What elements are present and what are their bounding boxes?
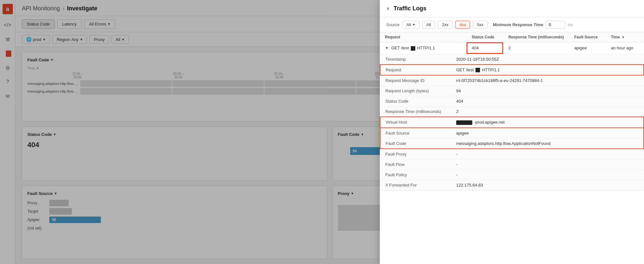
source-filter-bar: Source All ▼ All 2xx 4xx 5xx Minimum Res… <box>380 17 644 32</box>
detail-content: Timestamp 2020-11-18T16:50:55Z Request G… <box>380 54 644 190</box>
panel-table: Request Status Code Response Time (milli… <box>380 32 644 191</box>
detail-value-fault-proxy: - <box>451 149 644 159</box>
detail-label-fault-policy: Fault Policy <box>380 169 451 180</box>
detail-label-fault-source: Fault Source <box>380 128 451 138</box>
ms-label: ms <box>568 23 573 27</box>
detail-row-request-msg-id: Request Message ID rrt-0f725374b1cb188f5… <box>380 75 644 86</box>
detail-row-status-code: Status Code 404 <box>380 96 644 107</box>
main-row-request: ▼ GET /test HTTP/1.1 <box>380 42 466 54</box>
detail-row-fault-proxy: Fault Proxy - <box>380 149 644 159</box>
request-black-square-icon <box>476 68 480 72</box>
detail-row-x-forwarded: X Forwarded For 122.175.64.83 <box>380 180 644 190</box>
detail-label-virtual-host: Virtual Host <box>380 117 451 128</box>
th-time: Time ▼ <box>606 32 644 42</box>
detail-row-fault-source: Fault Source apigee <box>380 128 644 138</box>
detail-row-fault-policy: Fault Policy - <box>380 169 644 180</box>
detail-value-response-time: 2 <box>451 107 644 117</box>
th-status-code-label: Status Code <box>472 35 494 39</box>
status-code-value: 404 <box>472 46 479 50</box>
filter-all-2[interactable]: All <box>422 21 435 29</box>
th-time-label: Time <box>611 35 620 39</box>
th-status-code: Status Code <box>466 32 503 42</box>
detail-section: Timestamp 2020-11-18T16:50:55Z Request G… <box>380 54 644 190</box>
detail-value-fault-flow: - <box>451 159 644 169</box>
detail-label-fault-proxy: Fault Proxy <box>380 149 451 159</box>
detail-value-x-forwarded: 122.175.64.83 <box>451 180 644 190</box>
filter-4xx-label: 4xx <box>459 22 466 27</box>
panel-table-container: Request Status Code Response Time (milli… <box>380 32 644 264</box>
table-header-row: Request Status Code Response Time (milli… <box>380 32 644 42</box>
detail-label-request-msg-id: Request Message ID <box>380 75 451 86</box>
filter-all-1[interactable]: All ▼ <box>402 21 419 29</box>
request-method: GET /test <box>456 67 474 72</box>
request-protocol: HTTP/1.1 <box>482 67 500 72</box>
th-request: Request <box>380 32 466 42</box>
filter-all-1-dropdown: ▼ <box>412 23 416 26</box>
main-row-fault-source: apigee <box>569 42 606 54</box>
detail-value-fault-policy: - <box>451 169 644 180</box>
main-row-time: an hour ago <box>606 42 644 54</box>
detail-value-request-msg-id: rrt-0f725374b1cb188f5-a-eu-24291-7470984… <box>451 75 644 86</box>
detail-label-timestamp: Timestamp <box>380 54 451 65</box>
filter-4xx[interactable]: 4xx <box>455 21 470 29</box>
filter-5xx[interactable]: 5xx <box>473 21 487 29</box>
filter-5xx-label: 5xx <box>477 22 483 27</box>
sort-arrow-icon: ▼ <box>621 36 625 39</box>
th-request-label: Request <box>385 35 400 39</box>
detail-label-fault-code: Fault Code <box>380 138 451 149</box>
detail-label-response-time: Response Time (milliseconds) <box>380 107 451 117</box>
detail-table: Timestamp 2020-11-18T16:50:55Z Request G… <box>380 54 644 190</box>
detail-row-request: Request GET /test HTTP/1.1 <box>380 65 644 76</box>
main-row-response-time: 2 <box>503 42 569 54</box>
source-filter-label: Source <box>386 22 399 27</box>
filter-2xx-label: 2xx <box>442 22 448 27</box>
detail-value-fault-code: messaging.adaptors.http.flow.Application… <box>451 138 644 149</box>
detail-label-request-length: Request Length (bytes) <box>380 86 451 96</box>
th-fault-source: Fault Source <box>569 32 606 42</box>
min-response-input[interactable] <box>546 21 565 29</box>
detail-value-request-length: 94 <box>451 86 644 96</box>
detail-row-virtual-host: Virtual Host -prod.apigee.net <box>380 117 644 128</box>
chevron-down-icon[interactable]: ▼ <box>385 46 389 50</box>
th-response-time-label: Response Time (milliseconds) <box>508 35 564 39</box>
detail-row-timestamp: Timestamp 2020-11-18T16:50:55Z <box>380 54 644 65</box>
detail-value-timestamp: 2020-11-18T16:50:55Z <box>451 54 644 65</box>
black-square-icon <box>411 46 415 51</box>
th-fault-source-label: Fault Source <box>574 35 598 39</box>
detail-value-fault-source: apigee <box>451 128 644 138</box>
panel-title: Traffic Logs <box>394 5 427 12</box>
table-row[interactable]: ▼ GET /test HTTP/1.1 404 2 apigee an hou… <box>380 42 644 54</box>
detail-label-request: Request <box>380 65 451 76</box>
detail-row-response-time: Response Time (milliseconds) 2 <box>380 107 644 117</box>
detail-value-virtual-host: -prod.apigee.net <box>451 117 644 128</box>
traffic-panel: × Traffic Logs Source All ▼ All 2xx 4xx … <box>380 0 644 264</box>
detail-label-status-code: Status Code <box>380 96 451 107</box>
detail-value-request: GET /test HTTP/1.1 <box>451 65 644 76</box>
detail-label-x-forwarded: X Forwarded For <box>380 180 451 190</box>
main-row-status-code: 404 <box>466 42 503 54</box>
detail-row-fault-code: Fault Code messaging.adaptors.http.flow.… <box>380 138 644 149</box>
main-row-protocol: HTTP/1.1 <box>417 46 435 50</box>
detail-row-request-length: Request Length (bytes) 94 <box>380 86 644 96</box>
th-response-time: Response Time (milliseconds) <box>503 32 569 42</box>
filter-all-2-label: All <box>427 22 431 27</box>
detail-label-fault-flow: Fault Flow <box>380 159 451 169</box>
detail-row-fault-flow: Fault Flow - <box>380 159 644 169</box>
min-response-label: Minimum Response Time <box>493 22 543 27</box>
detail-value-status-code: 404 <box>451 96 644 107</box>
panel-header: × Traffic Logs <box>380 0 644 17</box>
main-row-method: GET /test <box>391 46 409 50</box>
virtual-host-black-bar-icon <box>456 120 472 125</box>
filter-2xx[interactable]: 2xx <box>438 21 453 29</box>
panel-close-button[interactable]: × <box>386 6 390 12</box>
virtual-host-domain: -prod.apigee.net <box>474 120 505 125</box>
filter-all-1-label: All <box>406 22 411 27</box>
